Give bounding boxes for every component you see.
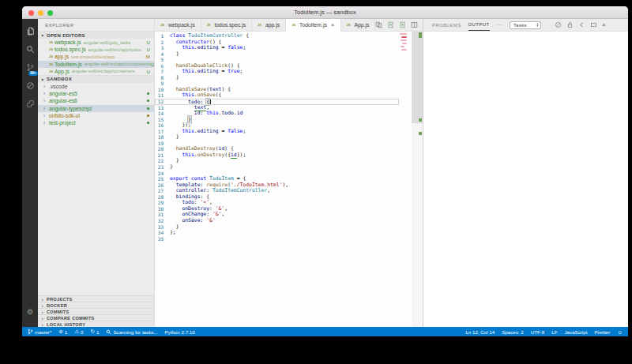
status-warnings[interactable]: ⚠0 — [74, 328, 83, 335]
search-activity-button[interactable] — [22, 40, 38, 58]
line-number[interactable]: 34 — [155, 230, 166, 236]
code-line[interactable]: 7 this.editing = true; — [155, 69, 399, 75]
line-number[interactable]: 3 — [155, 45, 166, 51]
maximize-icon[interactable] — [590, 21, 597, 28]
code-line[interactable]: 34}; — [155, 230, 399, 236]
line-number[interactable]: 30 — [155, 206, 166, 212]
code-line[interactable]: 4 } — [155, 51, 399, 58]
sidebar-section-docker[interactable]: ›DOCKER — [38, 302, 154, 308]
line-number[interactable]: 31 — [155, 212, 166, 218]
line-number[interactable]: 24 — [155, 171, 166, 177]
minimize-window-button[interactable] — [38, 10, 43, 16]
tab-App.js[interactable]: JSApp.js — [341, 19, 376, 31]
status-sync[interactable]: ↻1 — [91, 328, 100, 335]
code-line[interactable]: 17 this.editing = false; — [155, 129, 399, 135]
code-line[interactable]: 8 } — [155, 75, 399, 81]
status-language-mode[interactable]: JavaScript — [565, 329, 588, 335]
open-preview-icon[interactable] — [399, 21, 406, 28]
line-number[interactable]: 22 — [155, 158, 166, 164]
tab-app.js[interactable]: JSapp.js — [252, 19, 286, 31]
overview-ruler[interactable] — [412, 32, 423, 327]
line-number[interactable]: 19 — [155, 141, 166, 147]
scrollbar-slider[interactable] — [412, 32, 423, 123]
compare-icon[interactable] — [375, 21, 382, 28]
line-number[interactable]: 28 — [155, 194, 166, 201]
status-indentation[interactable]: Spaces: 2 — [502, 329, 524, 335]
open-editor-item[interactable]: JStodos.spec.jsangular-es6/src/app/todos… — [38, 46, 154, 53]
files-activity-button[interactable] — [22, 22, 38, 40]
line-number[interactable]: 32 — [155, 218, 166, 224]
sidebar-section-commits[interactable]: ›COMMITS — [38, 308, 154, 314]
panel-tab-output[interactable]: OUTPUT — [468, 19, 490, 31]
more-actions-icon[interactable]: ⋯ — [497, 22, 502, 28]
code-line[interactable]: 33 } — [155, 224, 399, 231]
open-editor-item[interactable]: JSTodoItem.jsangular-es6/src/app/compone… — [38, 61, 154, 68]
status-errors[interactable]: ⊘1 — [58, 328, 67, 335]
close-icon[interactable]: × — [331, 21, 335, 28]
unlock-icon[interactable] — [566, 21, 574, 28]
code-line[interactable]: 14 id: this.todo.id — [155, 111, 399, 117]
code-line[interactable]: 21 this.onDestroy({id}); — [155, 152, 399, 159]
tree-item[interactable]: ›test-project — [38, 119, 154, 126]
line-number[interactable]: 5 — [155, 57, 166, 63]
tree-item[interactable]: ›angular-es6 — [38, 97, 154, 104]
status-encoding[interactable]: UTF-8 — [531, 329, 545, 335]
line-number[interactable]: 23 — [155, 164, 166, 171]
output-channel-select[interactable]: Tasks ▴▾ — [510, 21, 541, 29]
line-number[interactable]: 21 — [155, 152, 166, 159]
line-number[interactable]: 13 — [155, 105, 166, 111]
line-number[interactable]: 11 — [155, 92, 166, 99]
tree-item[interactable]: ›angular-typescript — [38, 105, 154, 112]
line-number[interactable]: 17 — [155, 129, 166, 135]
code-line[interactable]: 23} — [155, 164, 399, 171]
tree-item[interactable]: ›.vscode — [38, 83, 154, 90]
minimap[interactable] — [398, 32, 410, 327]
line-number[interactable]: 10 — [155, 87, 166, 93]
debug-activity-button[interactable] — [22, 77, 38, 95]
code-line[interactable]: 18 } — [155, 134, 399, 141]
sidebar-section-local-history[interactable]: ›LOCAL HISTORY — [38, 321, 154, 327]
split-editor-icon[interactable] — [411, 21, 418, 28]
tree-item[interactable]: ›onfido-sdk-ui — [38, 112, 154, 119]
settings-button[interactable]: ⚙ — [27, 308, 33, 316]
panel-tab-problems[interactable]: PROBLEMS — [432, 19, 461, 31]
sidebar-section-projects[interactable]: ›PROJECTS — [38, 295, 154, 302]
tab-TodoItem.js[interactable]: JSTodoItem.js× — [286, 19, 340, 32]
workspace-header[interactable]: ▾ SANDBOX — [38, 75, 154, 83]
code-line[interactable]: 32 onSave: '&' — [155, 218, 399, 224]
open-editor-item[interactable]: JSapp.jstest-project/client/appM — [38, 53, 154, 60]
line-number[interactable]: 20 — [155, 146, 166, 152]
line-number[interactable]: 15 — [155, 117, 166, 123]
line-number[interactable]: 2 — [155, 39, 166, 46]
status-formatter[interactable]: Prettier — [594, 329, 610, 335]
open-editor-item[interactable]: JSApp.jsangular-es6/src/app/containersU — [38, 68, 154, 75]
open-editors-header[interactable]: ▾ OPEN EDITORS — [38, 31, 154, 39]
sidebar-section-compare-commits[interactable]: ›COMPARE COMMITS — [38, 314, 154, 321]
clear-output-icon[interactable] — [555, 21, 562, 28]
zoom-window-button[interactable] — [47, 10, 53, 16]
line-number[interactable]: 14 — [155, 111, 166, 117]
line-number[interactable]: 26 — [155, 182, 166, 189]
line-number[interactable]: 25 — [155, 176, 166, 182]
line-number[interactable]: 18 — [155, 134, 166, 141]
line-number[interactable]: 1 — [155, 33, 166, 39]
source-control-activity-button[interactable]: 99+ — [22, 58, 38, 77]
collapse-icon[interactable] — [578, 21, 585, 28]
code-line[interactable]: 22 } — [155, 158, 399, 164]
line-number[interactable]: 29 — [155, 200, 166, 206]
line-number[interactable]: 9 — [155, 81, 166, 87]
open-editor-item[interactable]: JSwebpack.jsangular-es6/gulp_tasksU — [38, 39, 154, 46]
extensions-activity-button[interactable] — [22, 95, 38, 113]
line-number[interactable]: 33 — [155, 224, 166, 231]
line-number[interactable]: 8 — [155, 75, 166, 81]
close-window-button[interactable] — [28, 10, 34, 16]
line-number[interactable]: 7 — [155, 69, 166, 75]
status-feedback[interactable]: ☺ — [617, 329, 623, 335]
tree-item[interactable]: ›angular-es5 — [38, 90, 154, 97]
code-line[interactable]: 3 this.editing = false; — [155, 45, 399, 51]
status-tasks[interactable]: Scanning for tasks... — [106, 329, 157, 335]
line-number[interactable]: 12 — [155, 99, 166, 105]
status-git-branch[interactable]: master* — [28, 328, 51, 335]
status-python-version[interactable]: Python 2.7.10 — [164, 329, 194, 335]
code-editor[interactable]: 1class TodoItemController {2 constructor… — [155, 32, 423, 327]
